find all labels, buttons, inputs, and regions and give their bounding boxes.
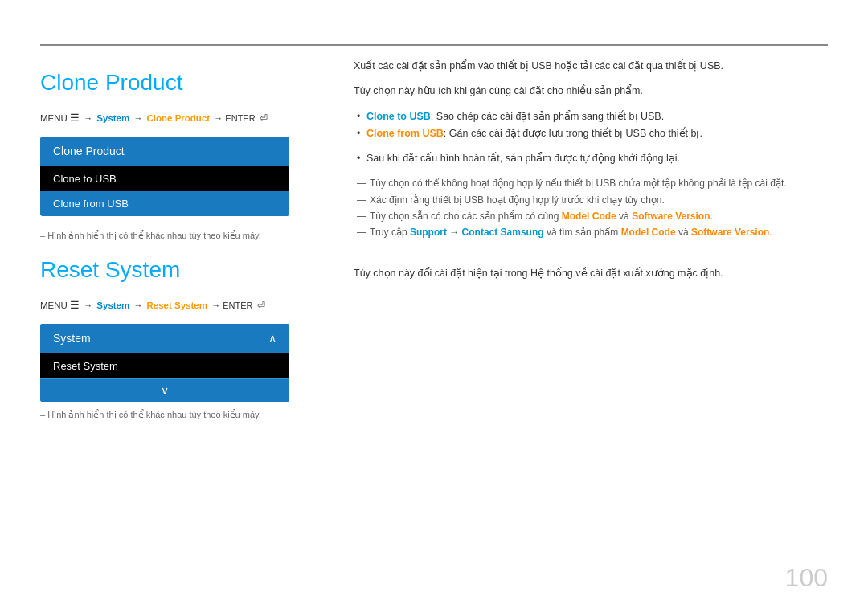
dash-text-4d: và: [676, 227, 691, 238]
model-code-label1: Model Code: [562, 210, 616, 222]
dash-text-2: Xác định rằng thiết bị USB hoạt động hợp…: [370, 194, 665, 206]
system-widget-footer: [40, 379, 289, 402]
clone-intro-line2: Tùy chọn này hữu ích khi gán cùng cài đặ…: [354, 83, 828, 100]
menu-label: MENU: [40, 113, 70, 123]
software-version-label2: Software Version: [691, 227, 769, 238]
enter-icon2: ⏎: [257, 300, 265, 311]
dash-item-4: Truy cập Support → Contact Samsung và tì…: [354, 224, 828, 240]
right-clone-content: Xuất các cài đặt sản phẩm vào thiết bị U…: [354, 58, 828, 241]
left-panel: Clone Product MENU ☰ → System → Clone Pr…: [40, 50, 346, 589]
arrow5: →: [133, 300, 145, 310]
dash-text-3b: và: [616, 210, 632, 222]
clone-sub-bullet-list: Sau khi đặt cấu hình hoàn tất, sản phẩm …: [354, 150, 828, 167]
arrow2: →: [133, 113, 145, 123]
dash-text-3a: Tùy chọn sẵn có cho các sản phẩm có cùng: [370, 210, 562, 222]
arrow3: → ENTER: [214, 113, 257, 123]
clone-to-usb-text: : Sao chép các cài đặt sản phẩm sang thi…: [431, 111, 664, 122]
clone-caption: – Hình ảnh hiển thị có thể khác nhau tùy…: [40, 231, 330, 241]
dash-text-3c: .: [710, 210, 713, 222]
reset-system-title: Reset System: [40, 257, 330, 283]
sub-bullet-restart: Sau khi đặt cấu hình hoàn tất, sản phẩm …: [354, 150, 828, 167]
model-code-label2: Model Code: [621, 227, 676, 238]
enter-icon: ⏎: [260, 112, 268, 124]
reset-system-item[interactable]: Reset System: [40, 353, 289, 378]
reset-system-section: Reset System MENU ☰ → System → Reset Sys…: [40, 257, 330, 420]
support-label: Support: [410, 227, 447, 238]
menu-icon2: ☰: [70, 299, 80, 311]
menu-icon: ☰: [70, 112, 80, 124]
clone-intro-line1: Xuất các cài đặt sản phẩm vào thiết bị U…: [354, 58, 828, 75]
clone-to-usb-item[interactable]: Clone to USB: [40, 166, 289, 191]
reset-menu-path: MENU ☰ → System → Reset System → ENTER ⏎: [40, 297, 330, 314]
contact-samsung-label: Contact Samsung: [462, 227, 544, 238]
arrow1: →: [84, 113, 95, 123]
software-version-label1: Software Version: [632, 210, 710, 222]
clone-from-usb-text: : Gán các cài đặt được lưu trong thiết b…: [444, 128, 702, 139]
reset-caption: – Hình ảnh hiển thị có thể khác nhau tùy…: [40, 410, 330, 420]
reset-system-link: Reset System: [147, 300, 207, 310]
system-link: System: [96, 113, 129, 123]
clone-from-usb-item[interactable]: Clone from USB: [40, 191, 289, 216]
dash-text-1: Tùy chọn có thể không hoạt động hợp lý n…: [370, 178, 787, 189]
bullet-clone-to-usb: Clone to USB: Sao chép các cài đặt sản p…: [354, 108, 828, 125]
menu-label2: MENU: [40, 300, 70, 310]
dash-item-2: Xác định rằng thiết bị USB hoạt động hợp…: [354, 192, 828, 208]
arrow4: →: [84, 300, 95, 310]
clone-from-usb-label: Clone from USB: [366, 128, 444, 139]
reset-right-text: Tùy chọn này đổi cài đặt hiện tại trong …: [354, 265, 828, 282]
system-link2: System: [96, 300, 129, 310]
dash-text-4e: .: [769, 227, 772, 238]
system-widget: System Reset System: [40, 324, 289, 402]
clone-to-usb-label: Clone to USB: [366, 111, 431, 122]
dash-item-1: Tùy chọn có thể không hoạt động hợp lý n…: [354, 175, 828, 191]
clone-product-section: Clone Product MENU ☰ → System → Clone Pr…: [40, 70, 330, 241]
chevron-up-icon: [268, 332, 276, 345]
bullet-clone-from-usb: Clone from USB: Gán các cài đặt được lưu…: [354, 125, 828, 142]
chevron-down-icon: [161, 385, 169, 397]
clone-product-widget-header: Clone Product: [40, 137, 289, 166]
dash-list: Tùy chọn có thể không hoạt động hợp lý n…: [354, 175, 828, 241]
dash-text-4c: và tìm sản phẩm: [544, 227, 621, 238]
sub-bullet-text: Sau khi đặt cấu hình hoàn tất, sản phẩm …: [366, 153, 680, 164]
clone-product-link: Clone Product: [147, 113, 211, 123]
clone-bullet-list: Clone to USB: Sao chép các cài đặt sản p…: [354, 108, 828, 143]
dash-item-3: Tùy chọn sẵn có cho các sản phẩm có cùng…: [354, 208, 828, 224]
system-widget-label: System: [53, 332, 91, 345]
page-number: 100: [785, 563, 828, 593]
dash-text-4b: →: [447, 227, 462, 238]
clone-product-title: Clone Product: [40, 70, 330, 96]
top-rule: [40, 44, 828, 46]
right-reset-content: Tùy chọn này đổi cài đặt hiện tại trong …: [354, 265, 828, 282]
clone-menu-path: MENU ☰ → System → Clone Product → ENTER …: [40, 110, 330, 127]
dash-text-4a: Truy cập: [370, 227, 410, 238]
clone-product-widget: Clone Product Clone to USB Clone from US…: [40, 137, 289, 216]
arrow6: → ENTER: [211, 300, 255, 310]
system-widget-header: System: [40, 324, 289, 353]
right-panel: Xuất các cài đặt sản phẩm vào thiết bị U…: [346, 50, 828, 589]
